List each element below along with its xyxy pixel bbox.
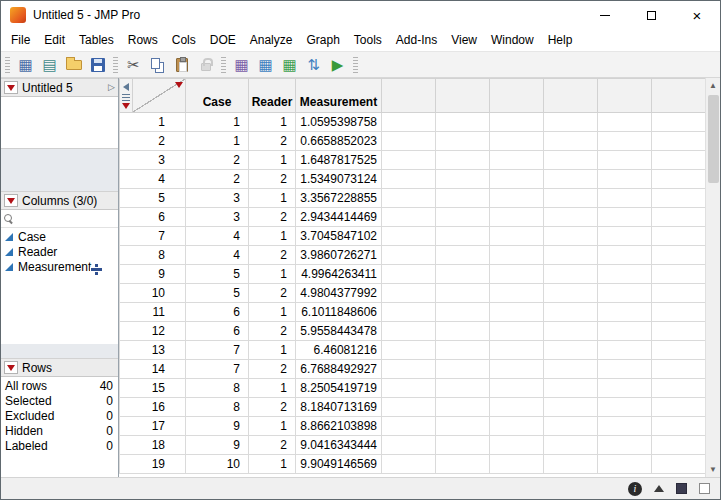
panel-expand-icon[interactable]: ▷: [108, 83, 115, 92]
menubar-item[interactable]: Cols: [165, 30, 203, 50]
reader-cell[interactable]: 2: [249, 208, 296, 227]
case-cell[interactable]: 2: [186, 151, 249, 170]
caret-up-icon[interactable]: [654, 485, 664, 492]
menubar-item[interactable]: Edit: [37, 30, 72, 50]
reader-cell[interactable]: 2: [249, 132, 296, 151]
row-number-cell[interactable]: 8: [120, 246, 186, 265]
reader-cell[interactable]: 2: [249, 246, 296, 265]
minimize-button[interactable]: [582, 1, 628, 29]
paste-icon[interactable]: [170, 54, 193, 76]
reader-cell[interactable]: 2: [249, 170, 296, 189]
case-cell[interactable]: 7: [186, 360, 249, 379]
menubar-item[interactable]: Tools: [347, 30, 389, 50]
new-journal-icon[interactable]: ▤: [38, 54, 61, 76]
row-number-cell[interactable]: 13: [120, 341, 186, 360]
measurement-cell[interactable]: 3.7045847102: [296, 227, 382, 246]
reader-cell[interactable]: 1: [249, 341, 296, 360]
columns-search-input[interactable]: [17, 212, 115, 226]
menubar-item[interactable]: DOE: [203, 30, 243, 50]
row-number-cell[interactable]: 17: [120, 417, 186, 436]
menubar-item[interactable]: Add-Ins: [389, 30, 444, 50]
row-number-cell[interactable]: 2: [120, 132, 186, 151]
vertical-scrollbar[interactable]: ▲ ▼: [705, 78, 720, 477]
row-number-cell[interactable]: 1: [120, 113, 186, 132]
column-header-case[interactable]: Case: [186, 79, 249, 113]
selection-square-dark-icon[interactable]: [676, 483, 687, 494]
reader-cell[interactable]: 2: [249, 284, 296, 303]
collapse-panel-icon[interactable]: [123, 83, 129, 91]
run-script-icon[interactable]: ▶: [326, 54, 349, 76]
measurement-cell[interactable]: 3.3567228855: [296, 189, 382, 208]
close-button[interactable]: ×: [674, 1, 720, 29]
case-cell[interactable]: 6: [186, 303, 249, 322]
reader-cell[interactable]: 2: [249, 398, 296, 417]
row-number-cell[interactable]: 7: [120, 227, 186, 246]
summary-table-icon[interactable]: ▦: [254, 54, 277, 76]
row-list-icon[interactable]: [122, 94, 130, 102]
copy-icon[interactable]: [146, 54, 169, 76]
measurement-cell[interactable]: 3.9860726271: [296, 246, 382, 265]
case-cell[interactable]: 8: [186, 398, 249, 417]
measurement-cell[interactable]: 9.9049146569: [296, 455, 382, 474]
case-cell[interactable]: 3: [186, 189, 249, 208]
reader-cell[interactable]: 1: [249, 379, 296, 398]
measurement-cell[interactable]: 6.46081216: [296, 341, 382, 360]
reader-cell[interactable]: 1: [249, 227, 296, 246]
menubar-item[interactable]: Graph: [299, 30, 346, 50]
case-cell[interactable]: 3: [186, 208, 249, 227]
row-number-cell[interactable]: 16: [120, 398, 186, 417]
reader-cell[interactable]: 1: [249, 151, 296, 170]
measurement-cell[interactable]: 9.0416343444: [296, 436, 382, 455]
reader-cell[interactable]: 1: [249, 113, 296, 132]
new-data-table-icon[interactable]: ▦: [14, 54, 37, 76]
row-number-cell[interactable]: 4: [120, 170, 186, 189]
menubar-item[interactable]: File: [4, 30, 37, 50]
columns-red-triangle-icon[interactable]: [175, 82, 183, 88]
reader-cell[interactable]: 1: [249, 265, 296, 284]
measurement-cell[interactable]: 1.5349073124: [296, 170, 382, 189]
menubar-item[interactable]: View: [444, 30, 484, 50]
reader-cell[interactable]: 2: [249, 322, 296, 341]
measurement-cell[interactable]: 2.9434414469: [296, 208, 382, 227]
measurement-cell[interactable]: 4.9804377992: [296, 284, 382, 303]
case-cell[interactable]: 4: [186, 227, 249, 246]
case-cell[interactable]: 5: [186, 265, 249, 284]
case-cell[interactable]: 7: [186, 341, 249, 360]
reader-cell[interactable]: 1: [249, 455, 296, 474]
measurement-cell[interactable]: 0.6658852023: [296, 132, 382, 151]
measurement-cell[interactable]: 4.9964263411: [296, 265, 382, 284]
measurement-cell[interactable]: 8.1840713169: [296, 398, 382, 417]
measurement-cell[interactable]: 1.6487817525: [296, 151, 382, 170]
sort-icon[interactable]: ⇅: [302, 54, 325, 76]
scroll-up-button[interactable]: ▲: [706, 78, 721, 93]
menubar-item[interactable]: Tables: [72, 30, 121, 50]
measurement-cell[interactable]: 5.9558443478: [296, 322, 382, 341]
reader-cell[interactable]: 1: [249, 303, 296, 322]
case-cell[interactable]: 2: [186, 170, 249, 189]
measurement-cell[interactable]: 8.8662103898: [296, 417, 382, 436]
measurement-cell[interactable]: 6.7688492927: [296, 360, 382, 379]
row-number-cell[interactable]: 11: [120, 303, 186, 322]
row-number-cell[interactable]: 5: [120, 189, 186, 208]
join-tables-icon[interactable]: ▦: [278, 54, 301, 76]
case-cell[interactable]: 4: [186, 246, 249, 265]
title-bar[interactable]: Untitled 5 - JMP Pro ×: [1, 1, 720, 29]
column-header-measurement[interactable]: Measurement: [296, 79, 382, 113]
menubar-item[interactable]: Help: [541, 30, 580, 50]
row-number-cell[interactable]: 3: [120, 151, 186, 170]
case-cell[interactable]: 1: [186, 132, 249, 151]
column-list-item[interactable]: Reader: [1, 244, 118, 259]
case-cell[interactable]: 10: [186, 455, 249, 474]
measurement-cell[interactable]: 8.2505419719: [296, 379, 382, 398]
measurement-cell[interactable]: 1.0595398758: [296, 113, 382, 132]
reader-cell[interactable]: 2: [249, 360, 296, 379]
row-number-cell[interactable]: 18: [120, 436, 186, 455]
row-number-cell[interactable]: 19: [120, 455, 186, 474]
case-cell[interactable]: 6: [186, 322, 249, 341]
selection-square-light-icon[interactable]: [699, 483, 710, 494]
reader-cell[interactable]: 1: [249, 417, 296, 436]
menubar-item[interactable]: Analyze: [243, 30, 300, 50]
row-number-cell[interactable]: 10: [120, 284, 186, 303]
maximize-button[interactable]: [628, 1, 674, 29]
scroll-down-button[interactable]: ▼: [706, 462, 721, 477]
